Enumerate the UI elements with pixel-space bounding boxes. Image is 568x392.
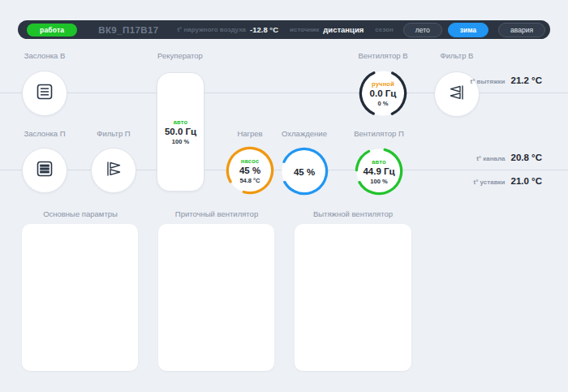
unit-title: ВК9_П17В17 bbox=[98, 25, 158, 35]
outdoor-temp-label: t° наружного воздуха bbox=[177, 26, 246, 33]
recuperator-mode-badge: авто bbox=[174, 118, 188, 126]
panel-main-params-card bbox=[22, 224, 138, 371]
outdoor-temp-group: t° наружного воздуха -12.8 °C bbox=[177, 25, 278, 34]
filter-exhaust-label: Фильтр В bbox=[416, 51, 497, 60]
heating-temp: 54.8 °C bbox=[239, 177, 260, 184]
fan-exhaust-frequency: 0.0 Гц bbox=[370, 88, 397, 98]
outdoor-temp-value: -12.8 °C bbox=[250, 25, 278, 34]
exhaust-temp-value: 21.2 °C bbox=[511, 75, 542, 85]
heating-component[interactable]: насос 45 % 54.8 °C bbox=[225, 145, 275, 196]
channel-temp-value: 20.8 °C bbox=[511, 153, 542, 162]
exhaust-temp-label: t° вытяжки bbox=[471, 78, 506, 85]
heating-values: насос 45 % 54.8 °C bbox=[225, 145, 275, 196]
fan-supply-label: Вентилятор П bbox=[338, 129, 420, 138]
panel-exhaust-fan-title: Вытяжной вентилятор bbox=[295, 209, 411, 218]
filter-supply-component[interactable] bbox=[91, 148, 136, 193]
fan-exhaust-label: Вентилятор В bbox=[342, 51, 424, 60]
season-label: сезон bbox=[375, 26, 393, 33]
fan-supply-percent: 100 % bbox=[370, 178, 387, 185]
setpoint-temp-value: 21.0 °C bbox=[511, 176, 542, 186]
filter-right-icon bbox=[104, 159, 123, 182]
damper-filled-icon bbox=[35, 159, 54, 182]
panel-main-params-title: Основные парамтры bbox=[22, 209, 139, 218]
channel-temp-row: t° канала 20.8 °C bbox=[476, 153, 542, 162]
fan-exhaust-mode-badge: ручной bbox=[372, 80, 394, 88]
recuperator-frequency: 50.0 Гц bbox=[165, 127, 196, 136]
panel-supply-fan-title: Приточный вентилятор bbox=[158, 209, 275, 218]
cooling-values: 45 % bbox=[279, 146, 329, 196]
recuperator-percent: 100 % bbox=[172, 138, 189, 145]
panel-exhaust-fan-card bbox=[295, 224, 411, 371]
fan-exhaust-percent: 0 % bbox=[378, 100, 389, 107]
fan-supply-mode-badge: авто bbox=[372, 158, 386, 166]
cooling-component[interactable]: 45 % bbox=[279, 146, 329, 196]
damper-supply-component[interactable] bbox=[22, 148, 67, 193]
exhaust-flow-line bbox=[0, 93, 568, 93]
fan-exhaust-values: ручной 0.0 Гц 0 % bbox=[358, 68, 408, 118]
recuperator-label: Рекуператор bbox=[140, 51, 221, 60]
fan-exhaust-component[interactable]: ручной 0.0 Гц 0 % bbox=[358, 68, 408, 118]
season-summer-button[interactable]: лето bbox=[403, 23, 442, 37]
cooling-label: Охлаждение bbox=[264, 129, 345, 138]
fan-supply-frequency: 44.9 Гц bbox=[363, 166, 394, 176]
fan-supply-component[interactable]: авто 44.9 Гц 100 % bbox=[354, 146, 404, 196]
setpoint-temp-label: t° уставки bbox=[474, 179, 506, 186]
heating-mode-badge: насос bbox=[241, 157, 260, 165]
alarm-button[interactable]: авария bbox=[498, 23, 545, 37]
status-badge: работа bbox=[27, 24, 77, 37]
filter-left-icon bbox=[447, 83, 467, 106]
damper-exhaust-component[interactable] bbox=[22, 71, 67, 116]
damper-outline-icon bbox=[35, 82, 54, 105]
cooling-percent: 45 % bbox=[294, 167, 315, 177]
damper-exhaust-label: Заслонка В bbox=[4, 51, 85, 60]
source-label: источник bbox=[290, 26, 319, 33]
hvac-dashboard: работа ВК9_П17В17 t° наружного воздуха -… bbox=[0, 0, 568, 392]
top-status-bar: работа ВК9_П17В17 t° наружного воздуха -… bbox=[18, 20, 550, 39]
exhaust-temp-row: t° вытяжки 21.2 °C bbox=[471, 75, 543, 85]
setpoint-temp-row: t° уставки 21.0 °C bbox=[474, 176, 542, 186]
season-winter-button[interactable]: зима bbox=[448, 23, 488, 37]
panel-supply-fan-card bbox=[158, 224, 274, 371]
channel-temp-label: t° канала bbox=[476, 155, 505, 162]
heating-percent: 45 % bbox=[239, 166, 260, 175]
fan-supply-values: авто 44.9 Гц 100 % bbox=[354, 146, 404, 196]
filter-supply-label: Фильтр П bbox=[73, 129, 154, 138]
source-value: дистанция bbox=[323, 25, 364, 34]
source-group: источник дистанция bbox=[290, 25, 364, 34]
recuperator-component[interactable]: авто 50.0 Гц 100 % bbox=[157, 72, 204, 192]
